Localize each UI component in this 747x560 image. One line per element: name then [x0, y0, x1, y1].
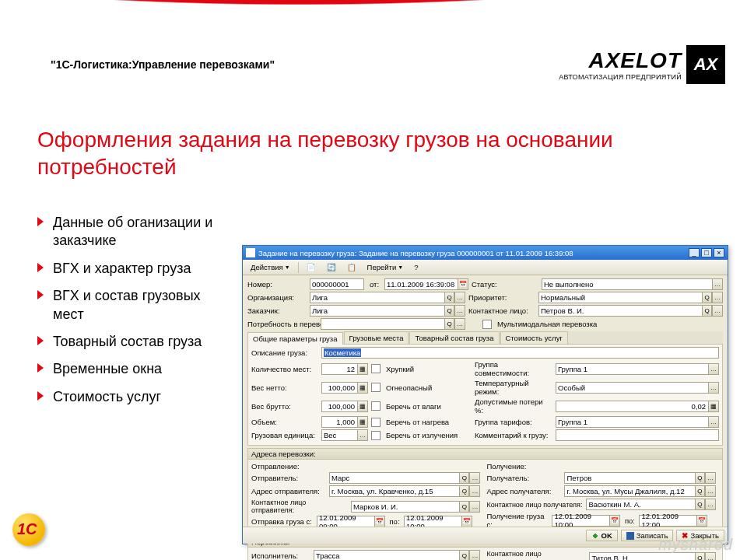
ok-icon	[591, 532, 599, 540]
toolbar-btn[interactable]: 📋	[342, 261, 361, 273]
label-tariff: Группа тарифов:	[475, 418, 552, 426]
temp-select[interactable]: Особый…	[556, 382, 719, 394]
save-icon	[626, 532, 634, 540]
desc-input[interactable]: Косметика	[321, 347, 719, 359]
label-to: по:	[388, 517, 401, 526]
tabs: Общие параметры груза Грузовые места Тов…	[247, 331, 723, 344]
label-org: Организация:	[247, 293, 307, 302]
logo-axelot: AXELOT АВТОМАТИЗАЦИЯ ПРЕДПРИЯТИЙ AX	[559, 45, 725, 84]
label-from: от:	[367, 280, 381, 289]
get-to-input[interactable]: 12.01.2009 12:00📅	[639, 515, 707, 527]
label-to: по:	[623, 516, 636, 525]
bullet-item: Товарный состав груза	[37, 333, 232, 351]
tab-cost[interactable]: Стоимость услуг	[500, 331, 568, 344]
contact-input[interactable]: Петров В. И.…Q	[538, 305, 723, 317]
label-brutto: Вес брутто:	[251, 402, 318, 411]
compat-select[interactable]: Группа 1…	[556, 363, 719, 375]
label-send-contact: Контактное лицо отправителя:	[251, 499, 348, 514]
ship-from-input[interactable]: 12.01.2009 09:00📅	[317, 516, 385, 527]
recv-input[interactable]: Петров…Q	[564, 472, 715, 484]
label-vol: Объем:	[251, 418, 318, 426]
dropdown-icon[interactable]: …	[712, 279, 722, 289]
sender-input[interactable]: Марс…Q	[329, 472, 480, 484]
goto-menu[interactable]: Перейти▼	[363, 261, 409, 273]
qty-input[interactable]: 12▦	[321, 363, 368, 375]
label-qty: Количество мест:	[251, 365, 318, 373]
label-rad: Беречь от излучения	[386, 431, 472, 439]
demand-input[interactable]: …Q	[321, 318, 465, 330]
ship-to-input[interactable]: 12.01.2009 10:00📅	[404, 516, 472, 527]
label-multimodal: Мультимодальная перевозка	[497, 320, 597, 328]
label-unit: Грузовая единица:	[251, 431, 318, 439]
label-desc: Описание груза:	[251, 348, 318, 357]
bullet-item: Данные об оганизации и заказчике	[37, 214, 232, 250]
maximize-button[interactable]: □	[701, 248, 712, 257]
close-button[interactable]: ×	[714, 248, 724, 257]
minimize-button[interactable]: _	[689, 248, 700, 257]
vol-input[interactable]: 1,000▦	[321, 416, 368, 428]
recv-addr-input[interactable]: г. Москва, ул. Мусы Джалиля, д.12…Q	[564, 485, 715, 497]
org-input[interactable]: Лига…Q	[310, 292, 465, 303]
label-recv-addr: Адрес получателя:	[486, 487, 561, 495]
fragile-checkbox[interactable]	[371, 364, 381, 373]
moist-checkbox[interactable]	[371, 401, 381, 411]
brutto-input[interactable]: 100,000▦	[321, 401, 368, 412]
fire-checkbox[interactable]	[371, 383, 381, 392]
cargo-comment-input[interactable]	[556, 429, 719, 441]
calendar-icon[interactable]: 📅	[458, 279, 468, 289]
label-fire: Огнеопасный	[386, 383, 472, 392]
label-demand: Потребность в перевозке груза:	[247, 320, 317, 328]
multimodal-checkbox[interactable]	[482, 320, 492, 329]
logo-text-main: AXELOT	[559, 48, 682, 73]
logo-text-sub: АВТОМАТИЗАЦИЯ ПРЕДПРИЯТИЙ	[559, 73, 682, 81]
label-moist: Беречь от влаги	[386, 402, 472, 411]
recv-header: Получение:	[486, 462, 715, 471]
lookup-icon[interactable]: Q	[444, 292, 454, 303]
label-temp: Температурный режим:	[475, 379, 552, 396]
header-subtitle: "1С-Логистика:Управление перевозками"	[51, 58, 275, 71]
label-send-addr: Адрес отправителя:	[251, 487, 326, 495]
label-heat: Беречь от нагрева	[386, 418, 472, 426]
tariff-select[interactable]: Группа 1…	[556, 416, 719, 428]
label-fragile: Хрупкий	[386, 365, 472, 373]
select-icon[interactable]: …	[454, 292, 465, 303]
date-input[interactable]: 11.01.2009 16:39:08📅	[384, 278, 468, 290]
chevron-down-icon: ▼	[398, 264, 403, 270]
priority-select[interactable]: Нормальный…Q	[538, 292, 723, 303]
exec-input[interactable]: Трасса…Q	[314, 550, 480, 560]
send-addr-input[interactable]: г. Москва, ул. Кравченко, д.15…Q	[329, 485, 480, 497]
label-recv-contact: Контактное лицо получателя:	[486, 501, 583, 509]
spinner-icon[interactable]: ▦	[357, 364, 367, 374]
window-icon	[246, 248, 255, 257]
loss-input[interactable]: 0,02▦	[556, 401, 719, 412]
logo-badge: AX	[686, 45, 725, 84]
label-number: Номер:	[247, 280, 307, 289]
unit-select[interactable]: Вес…	[321, 429, 368, 441]
netto-input[interactable]: 100,000▦	[321, 382, 368, 394]
help-button[interactable]: ?	[409, 261, 423, 273]
toolbar: Действия▼ 📄 🔄 📋 Перейти▼ ?	[243, 260, 728, 275]
send-contact-input[interactable]: Марков И. И.…Q	[351, 501, 480, 513]
app-window: Задание на перевозку груза: Задание на п…	[242, 245, 728, 544]
heat-checkbox[interactable]	[371, 418, 381, 427]
label-compat: Группа совместимости:	[475, 360, 552, 377]
send-header: Отправление:	[251, 462, 480, 471]
get-from-input[interactable]: 12.01.2009 10:00📅	[552, 515, 620, 527]
tab-goods[interactable]: Товарный состав груза	[409, 331, 499, 344]
label-contact: Контактное лицо:	[468, 306, 535, 315]
bullet-item: Временные окна	[37, 360, 232, 378]
tab-places[interactable]: Грузовые места	[344, 331, 409, 344]
number-input[interactable]: 000000001	[310, 278, 364, 290]
toolbar-btn[interactable]: 📄	[302, 261, 321, 273]
toolbar-btn[interactable]: 🔄	[322, 261, 341, 273]
bullet-item: ВГХ и характер груза	[37, 260, 232, 278]
bullet-item: Стоимость услуг	[37, 388, 232, 406]
recv-contact-input[interactable]: Васюткин М. А.…Q	[586, 499, 715, 510]
status-select[interactable]: Не выполнено…	[542, 278, 723, 290]
actions-menu[interactable]: Действия▼	[246, 261, 295, 273]
tab-general[interactable]: Общие параметры груза	[247, 332, 343, 345]
rad-checkbox[interactable]	[371, 431, 381, 440]
customer-input[interactable]: Лига…Q	[310, 305, 465, 317]
window-titlebar[interactable]: Задание на перевозку груза: Задание на п…	[243, 246, 728, 260]
ok-button[interactable]: OK	[586, 530, 618, 541]
